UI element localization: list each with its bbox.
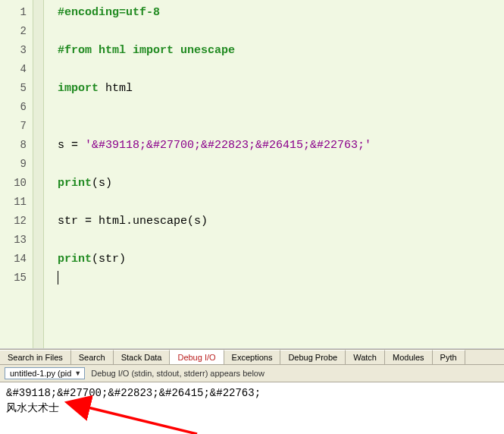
code-line[interactable]	[58, 98, 504, 117]
line-number: 3	[0, 41, 33, 60]
bottom-tabs: Search in FilesSearchStack DataDebug I/O…	[0, 349, 504, 365]
line-gutter: 123456789101112131415	[0, 0, 33, 348]
line-number: 14	[0, 250, 33, 269]
debug-output[interactable]: &#39118;&#27700;&#22823;&#26415;&#22763;…	[0, 382, 504, 434]
code-line[interactable]: str = html.unescape(s)	[58, 212, 504, 231]
code-editor[interactable]: 123456789101112131415 #encoding=utf-8 #f…	[0, 0, 504, 349]
line-number: 4	[0, 60, 33, 79]
text-cursor	[58, 271, 58, 285]
line-number: 6	[0, 98, 33, 117]
code-line[interactable]: #encoding=utf-8	[58, 3, 504, 22]
line-number: 13	[0, 231, 33, 250]
tab-search-in-files[interactable]: Search in Files	[0, 350, 71, 364]
tab-exceptions[interactable]: Exceptions	[224, 350, 281, 364]
line-number: 12	[0, 212, 33, 231]
code-line[interactable]: #from html import unescape	[58, 41, 504, 60]
tab-pyth[interactable]: Pyth	[433, 350, 465, 364]
output-line: 风水大术士	[6, 401, 498, 416]
code-token: #from html import unescape	[58, 44, 235, 57]
code-line[interactable]	[58, 269, 504, 288]
code-token: #encoding=utf-8	[58, 6, 160, 19]
code-line[interactable]: import html	[58, 79, 504, 98]
code-token: print	[58, 177, 92, 190]
code-line[interactable]	[58, 22, 504, 41]
line-number: 10	[0, 174, 33, 193]
code-token: html	[99, 82, 133, 95]
output-line: &#39118;&#27700;&#22823;&#26415;&#22763;	[6, 385, 498, 401]
tab-stack-data[interactable]: Stack Data	[114, 350, 171, 364]
line-number: 11	[0, 193, 33, 212]
process-dropdown[interactable]: untitled-1.py (pid ▼	[5, 367, 85, 379]
line-number: 9	[0, 155, 33, 174]
code-line[interactable]: print(s)	[58, 174, 504, 193]
code-line[interactable]	[58, 117, 504, 136]
code-line[interactable]: s = '&#39118;&#27700;&#22823;&#26415;&#2…	[58, 136, 504, 155]
process-dropdown-label: untitled-1.py (pid	[10, 369, 71, 378]
line-number: 15	[0, 269, 33, 288]
code-line[interactable]	[58, 193, 504, 212]
line-number: 5	[0, 79, 33, 98]
debug-hint-text: Debug I/O (stdin, stdout, stderr) appear…	[91, 369, 265, 378]
code-token: '&#39118;&#27700;&#22823;&#26415;&#22763…	[85, 139, 371, 152]
tab-debug-probe[interactable]: Debug Probe	[280, 350, 346, 364]
tab-watch[interactable]: Watch	[346, 350, 385, 364]
tab-debug-i-o[interactable]: Debug I/O	[170, 350, 224, 364]
line-number: 8	[0, 136, 33, 155]
code-token: str = html.unescape(s)	[58, 215, 208, 228]
tab-search[interactable]: Search	[71, 350, 114, 364]
code-token: s =	[58, 139, 85, 152]
code-token: (str)	[92, 253, 126, 266]
code-token: (s)	[92, 177, 112, 190]
fold-column	[33, 0, 44, 348]
code-line[interactable]: print(str)	[58, 250, 504, 269]
code-token: print	[58, 253, 92, 266]
code-line[interactable]	[58, 231, 504, 250]
debug-toolbar: untitled-1.py (pid ▼ Debug I/O (stdin, s…	[0, 365, 504, 382]
code-line[interactable]	[58, 60, 504, 79]
line-number: 7	[0, 117, 33, 136]
tab-modules[interactable]: Modules	[385, 350, 433, 364]
chevron-down-icon: ▼	[74, 370, 81, 377]
line-number: 2	[0, 22, 33, 41]
code-line[interactable]	[58, 155, 504, 174]
line-number: 1	[0, 3, 33, 22]
code-token: import	[58, 82, 99, 95]
code-content[interactable]: #encoding=utf-8 #from html import unesca…	[44, 0, 504, 348]
